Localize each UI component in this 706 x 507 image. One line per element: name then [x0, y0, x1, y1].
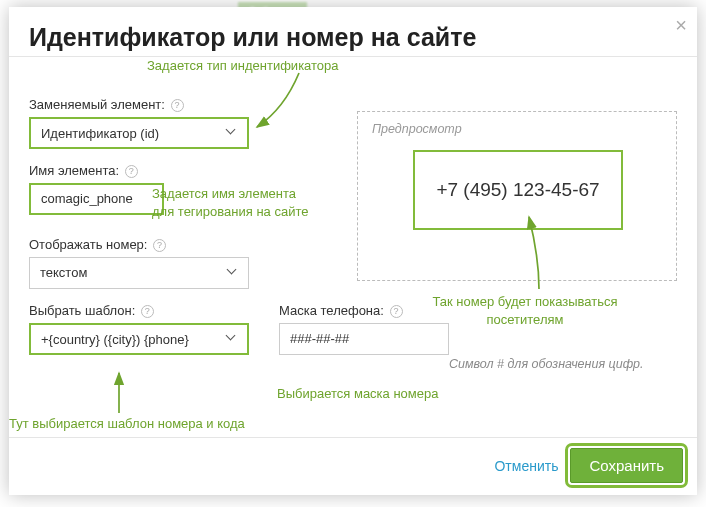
input-mask-value: ###-##-##: [290, 331, 349, 346]
annot-template: Тут выбирается шаблон номера и кода: [9, 415, 245, 433]
help-icon[interactable]: ?: [153, 239, 166, 252]
annot-mask: Выбирается маска номера: [277, 385, 438, 403]
preview-phone-box: +7 (495) 123-45-67: [413, 150, 623, 230]
modal: × Идентификатор или номер на сайте Задае…: [9, 7, 697, 495]
cancel-button[interactable]: Отменить: [494, 458, 558, 474]
chevron-down-icon: [228, 268, 238, 278]
label-mask: Маска телефона: ?: [279, 303, 449, 318]
preview-label: Предпросмотр: [372, 122, 662, 136]
select-display-value: текстом: [40, 265, 87, 280]
help-icon[interactable]: ?: [125, 165, 138, 178]
label-mask-text: Маска телефона:: [279, 303, 384, 318]
field-mask: Маска телефона: ? ###-##-##: [279, 303, 449, 355]
select-replaced-value: Идентификатор (id): [41, 126, 159, 141]
help-icon[interactable]: ?: [171, 99, 184, 112]
help-icon[interactable]: ?: [141, 305, 154, 318]
save-button[interactable]: Сохранить: [570, 448, 683, 483]
input-name[interactable]: comagic_phone: [29, 183, 164, 215]
label-template-text: Выбрать шаблон:: [29, 303, 135, 318]
modal-title: Идентификатор или номер на сайте: [9, 7, 697, 57]
select-replaced[interactable]: Идентификатор (id): [29, 117, 249, 149]
input-name-value: comagic_phone: [41, 191, 133, 206]
modal-footer: Отменить Сохранить: [9, 437, 697, 493]
field-display: Отображать номер: ? текстом: [29, 237, 249, 289]
select-template[interactable]: +{country} ({city}) {phone}: [29, 323, 249, 355]
chevron-down-icon: [227, 334, 237, 344]
field-name: Имя элемента: ? comagic_phone: [29, 163, 249, 215]
label-name-text: Имя элемента:: [29, 163, 119, 178]
chevron-down-icon: [227, 128, 237, 138]
preview-panel: Предпросмотр +7 (495) 123-45-67: [357, 111, 677, 281]
input-mask[interactable]: ###-##-##: [279, 323, 449, 355]
select-display[interactable]: текстом: [29, 257, 249, 289]
help-icon[interactable]: ?: [390, 305, 403, 318]
modal-body: Задается тип индентификатора Задается им…: [9, 57, 697, 437]
annot-type: Задается тип индентификатора: [147, 57, 339, 75]
label-display: Отображать номер: ?: [29, 237, 249, 252]
label-replaced: Заменяемый элемент: ?: [29, 97, 249, 112]
label-display-text: Отображать номер:: [29, 237, 147, 252]
label-replaced-text: Заменяемый элемент:: [29, 97, 165, 112]
mask-hint: Символ # для обозначения цифр.: [449, 357, 649, 371]
field-template: Выбрать шаблон: ? +{country} ({city}) {p…: [29, 303, 249, 355]
close-icon[interactable]: ×: [675, 15, 687, 35]
label-name: Имя элемента: ?: [29, 163, 249, 178]
select-template-value: +{country} ({city}) {phone}: [41, 332, 189, 347]
preview-phone: +7 (495) 123-45-67: [436, 179, 599, 201]
label-template: Выбрать шаблон: ?: [29, 303, 249, 318]
field-replaced: Заменяемый элемент: ? Идентификатор (id): [29, 97, 249, 149]
